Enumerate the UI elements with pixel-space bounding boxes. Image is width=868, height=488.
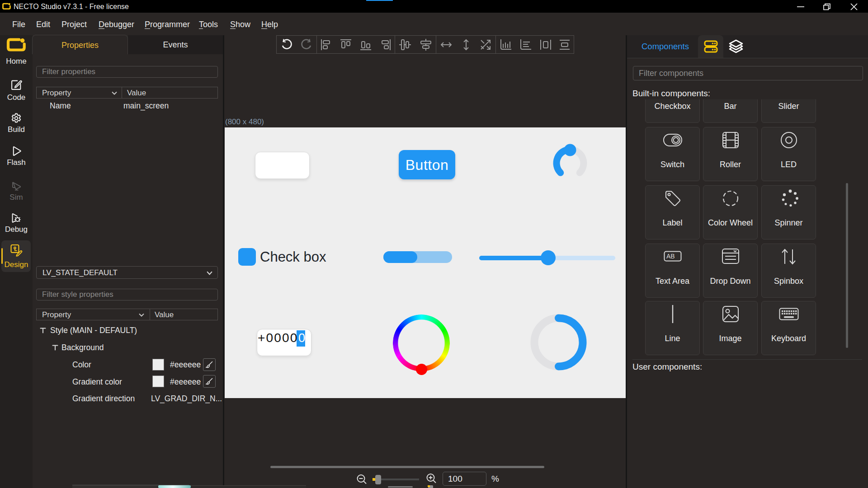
svg-text:AB: AB xyxy=(666,253,675,260)
